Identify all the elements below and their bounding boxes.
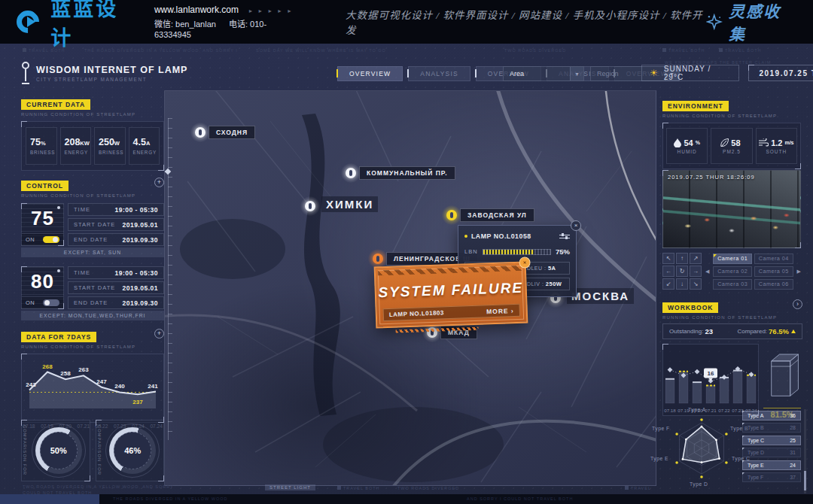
power-toggle[interactable]: [43, 236, 59, 243]
camera-button[interactable]: Camera 01: [713, 254, 752, 264]
pan-up-right-button[interactable]: ↗: [690, 253, 702, 264]
svg-text:247: 247: [96, 378, 107, 385]
start-date-field[interactable]: START DATE2019.05.01: [68, 218, 164, 231]
collect-link[interactable]: 灵感收集: [706, 0, 796, 44]
start-date-field[interactable]: START DATE2019.05.01: [68, 281, 164, 294]
camera-button[interactable]: Camera 04: [754, 254, 793, 264]
stat-briness: 75% BRINESS: [26, 127, 57, 165]
reset-view-button[interactable]: ↻: [676, 266, 688, 277]
next-cameras-icon[interactable]: ▶: [797, 269, 801, 275]
compared-value: 76.5%: [769, 327, 789, 335]
sliders-icon[interactable]: [559, 233, 570, 240]
sun-icon: ☀: [650, 68, 659, 78]
power-toggle[interactable]: [43, 299, 59, 306]
camera-button[interactable]: Camera 05: [754, 266, 793, 277]
lamp-pin-warning[interactable]: [442, 205, 461, 225]
type-row[interactable]: Type E24: [742, 460, 801, 470]
chevron-down-icon: ▾: [570, 67, 583, 80]
app-title-block: WISDOM INTERNET OF LAMP CITY STREETLAMP …: [21, 62, 187, 84]
map-label[interactable]: СХОДНЯ: [209, 126, 255, 139]
pan-left-button[interactable]: ←: [662, 266, 674, 277]
workbook-gauge: 81.5%: [763, 344, 801, 419]
arrows-icon: ► ► ► ► ►: [248, 8, 293, 14]
panel-types: Type A Type B Type C Type D Type E Type …: [662, 409, 802, 493]
panel-workbook: WORKBOOK RUNNING CONDITION OF STREETLAMP…: [662, 299, 802, 419]
pan-right-button[interactable]: →: [690, 266, 702, 277]
camera-button[interactable]: Camera 06: [754, 279, 793, 290]
end-date-field[interactable]: END DATE2019.09.30: [68, 296, 164, 309]
type-row[interactable]: Type A36: [742, 411, 801, 421]
svg-text:241: 241: [148, 383, 158, 390]
svg-text:243: 243: [26, 381, 36, 388]
map-label[interactable]: ЗАВОДСКАЯ УЛ: [460, 208, 534, 222]
system-failure-alert: × SYSTEM FAILURE LAMP NO.L01803 MORE ›: [374, 262, 528, 329]
website-link[interactable]: www.lanlanwork.com: [154, 5, 239, 15]
weather-text: SUNNDAY / 29°C: [664, 65, 731, 81]
cube-icon: [763, 344, 801, 402]
gauge-label: COMPARISON FOR: [22, 422, 28, 478]
panel-subtitle: RUNNING CONDITION OF STREETLAMP: [21, 345, 136, 349]
pan-down-button[interactable]: ↓: [676, 278, 688, 290]
svg-text:16: 16: [708, 370, 714, 377]
workbook-next-button[interactable]: ›: [793, 299, 802, 309]
add-schedule-button[interactable]: +: [154, 178, 164, 187]
comparison-gauge: COMPARISON FOR 50%: [21, 420, 90, 481]
lamp-dot-icon: [57, 269, 60, 272]
map-label[interactable]: КОММУНАЛЬНЫЙ ПР.: [359, 166, 455, 180]
svg-text:240: 240: [114, 383, 125, 390]
star-icon: [706, 14, 723, 30]
time-field[interactable]: TIME19:00 - 05:30: [68, 266, 164, 279]
bottom-bar: THE ROADS DIVERGED IN A YELLOW WOOD AND …: [0, 494, 813, 504]
pm25-stat: 58 PM2.5: [711, 128, 752, 164]
humidity-stat: 54% HUMID: [666, 128, 708, 164]
pan-down-right-button[interactable]: ↘: [690, 278, 702, 290]
page-subtitle: CITY STREETLAMP MANAGEMENT: [36, 77, 187, 82]
comparison-gauge: COMPARISON FOR 46%: [96, 420, 165, 481]
area-select[interactable]: Area ▾: [503, 66, 584, 81]
pan-up-left-button[interactable]: ↖: [662, 253, 674, 264]
map-label[interactable]: ХИМКИ: [321, 196, 378, 212]
more-button[interactable]: MORE ›: [486, 307, 514, 315]
expand-chart-button[interactable]: +: [154, 329, 164, 339]
street-light-badge: STREET LIGHT: [265, 484, 315, 490]
brightness-bar[interactable]: [483, 249, 551, 255]
tab-overview-1[interactable]: OVERVIEW: [337, 66, 403, 81]
svg-text:263: 263: [78, 366, 89, 373]
close-icon[interactable]: ×: [571, 220, 581, 231]
screen: 蓝蓝设计 www.lanlanwork.com ► ► ► ► ► 微信: be…: [0, 0, 813, 504]
dliv-field: DLIV : 250W: [522, 278, 570, 290]
arrow-right-icon: ›: [511, 307, 514, 314]
camera-button[interactable]: Camera 03: [713, 279, 752, 290]
time-field[interactable]: TIME19:00 - 05:30: [68, 203, 164, 216]
services-list: 大数据可视化设计 / 软件界面设计 / 网站建设 / 手机及小程序设计 / 软件…: [346, 7, 706, 37]
camera-feed[interactable]: 2019.07.25 THUR 18:26:09: [662, 170, 801, 248]
pan-up-button[interactable]: ↑: [676, 253, 688, 264]
type-row[interactable]: Type D31: [742, 448, 801, 457]
arrow-up-icon: [791, 329, 796, 333]
map-scale-ruler: [168, 118, 172, 440]
panel-title: CONTROL: [21, 181, 69, 191]
end-date-field[interactable]: END DATE2019.09.30: [68, 233, 164, 246]
leaf-icon: [720, 138, 729, 147]
lamp-pin[interactable]: [300, 196, 320, 216]
radar-axis-label: Type E: [650, 456, 668, 461]
current-stats: 75% BRINESS 208KW ENERGY 250W BRINESS 4.…: [21, 121, 164, 171]
lamp-pin[interactable]: [341, 163, 361, 183]
tab-analysis-1[interactable]: ANALYSIS: [408, 66, 470, 81]
type-row[interactable]: Type B28: [742, 423, 801, 433]
scrollbar[interactable]: [804, 409, 806, 493]
camera-timestamp: 2019.07.25 THUR 18:26:09: [668, 174, 755, 181]
camera-button[interactable]: Camera 02: [713, 266, 752, 277]
pan-down-left-button[interactable]: ↙: [662, 278, 674, 290]
comparison-gauges: COMPARISON FOR 50% COMPARISON FOR 46%: [21, 420, 164, 481]
radar-axis-label: Type A: [688, 407, 706, 412]
lamp-pin[interactable]: [190, 123, 210, 142]
droplet-icon: [674, 138, 681, 147]
type-row[interactable]: Type F37: [742, 472, 801, 482]
prev-cameras-icon[interactable]: ◀: [705, 269, 709, 275]
type-row[interactable]: Type C25: [742, 436, 801, 445]
city-map[interactable]: СХОДНЯ КОММУНАЛЬНЫЙ ПР. ХИМКИ ЗАВОДСКАЯ …: [164, 90, 656, 486]
lbn-label: LBN: [464, 248, 478, 255]
map-label[interactable]: МОСКВА: [567, 288, 634, 304]
brightness-level-box: 80 ON: [21, 266, 64, 309]
